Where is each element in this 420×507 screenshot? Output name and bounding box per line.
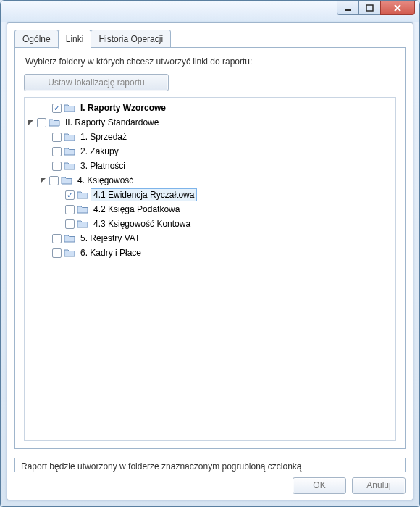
expander-icon[interactable] [38,176,47,185]
client-area: Ogólne Linki Historia Operacji Wybierz f… [7,22,413,500]
folder-tree[interactable]: I. Raporty Wzorcowe II. Raporty Standard… [24,97,396,441]
tab-historia[interactable]: Historia Operacji [91,30,171,49]
tree-item-raporty-wzorcowe[interactable]: I. Raporty Wzorcowe [26,101,392,115]
tab-strip: Ogólne Linki Historia Operacji [14,29,406,48]
checkbox[interactable] [52,133,62,142]
folder-icon [64,146,75,156]
folder-icon [77,190,88,200]
tree-label: 5. Rejestry VAT [77,232,143,245]
tree-item-kadry-place[interactable]: 6. Kadry i Płace [26,246,392,260]
tree-label: 4.3 Księgowość Kontowa [91,217,193,230]
svg-rect-0 [345,9,351,11]
tree-label: 1. Sprzedaż [77,130,130,143]
folder-icon [49,117,60,127]
cancel-button[interactable]: Anuluj [352,477,406,494]
checkbox[interactable] [52,162,62,171]
dialog-actions: OK Anuluj [293,477,406,494]
tree-item-platnosci[interactable]: 3. Płatności [26,159,392,173]
folder-icon [64,103,75,113]
checkbox[interactable] [37,118,46,127]
tree-label: 6. Kadry i Płace [77,246,144,259]
tree-label: 4.1 Ewidencja Ryczałtowa [91,188,197,201]
tree-item-ksiegowosc[interactable]: 4. Księgowość [26,173,392,188]
set-location-button[interactable]: Ustaw lokalizację raportu [24,74,169,91]
folder-icon [77,219,88,229]
tree-label: 4. Księgowość [75,174,136,187]
tree-label: II. Raporty Standardowe [62,116,161,129]
checkbox[interactable] [52,147,62,156]
footnote: Raport będzie utworzony w folderze znazn… [14,458,406,472]
checkbox[interactable] [52,104,62,113]
dialog-window: Ogólne Linki Historia Operacji Wybierz f… [0,0,420,507]
checkbox[interactable] [65,219,75,229]
tree-label: I. Raporty Wzorcowe [77,101,169,114]
checkbox[interactable] [52,234,62,243]
tree-item-ksiegowosc-kontowa[interactable]: 4.3 Księgowość Kontowa [26,217,392,231]
folder-icon [61,175,72,185]
tree-item-ewidencja-ryczaltowa[interactable]: 4.1 Ewidencja Ryczałtowa [26,188,392,202]
tree-item-raporty-standardowe[interactable]: II. Raporty Standardowe [26,115,392,130]
folder-icon [64,233,75,243]
tree-label: 3. Płatności [77,159,128,172]
titlebar [1,1,419,22]
folder-icon [64,132,75,142]
checkbox[interactable] [52,248,62,258]
maximize-button[interactable] [358,1,380,15]
instruction-text: Wybierz foldery w których chcesz utworzy… [25,56,395,67]
minimize-icon [344,4,353,12]
tree-item-sprzedaz[interactable]: 1. Sprzedaż [26,130,392,144]
tree-item-rejestry-vat[interactable]: 5. Rejestry VAT [26,231,392,246]
tab-linki[interactable]: Linki [58,30,92,49]
tab-panel-linki: Wybierz foldery w których chcesz utworzy… [14,47,406,449]
ok-button[interactable]: OK [293,477,346,494]
close-button[interactable] [380,1,415,15]
folder-icon [64,248,75,258]
window-buttons [337,1,415,15]
folder-icon [64,161,75,171]
svg-rect-1 [366,5,373,11]
checkbox[interactable] [49,176,59,185]
minimize-button[interactable] [337,1,358,15]
folder-icon [77,204,88,214]
expander-icon[interactable] [26,118,35,127]
maximize-icon [366,4,374,12]
tree-item-zakupy[interactable]: 2. Zakupy [26,144,392,159]
tree-label: 4.2 Księga Podatkowa [91,203,182,216]
close-icon [393,4,402,12]
tree-label: 2. Zakupy [77,145,122,158]
checkbox[interactable] [65,205,75,214]
tree-item-ksiega-podatkowa[interactable]: 4.2 Księga Podatkowa [26,202,392,217]
tab-ogolne[interactable]: Ogólne [14,30,59,49]
checkbox[interactable] [65,190,75,200]
